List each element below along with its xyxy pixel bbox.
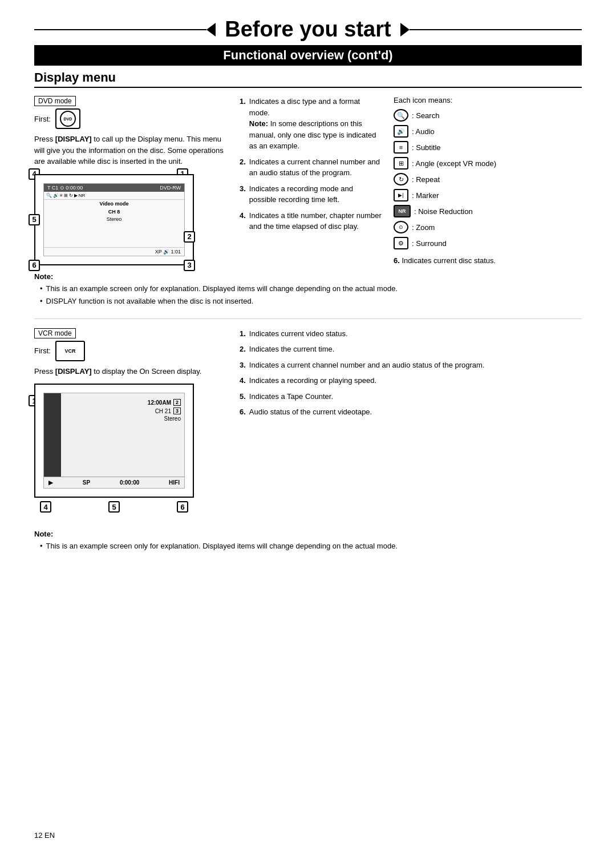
dvd-note-2: • DISPLAY function is not available when…: [34, 296, 582, 307]
play-arrow-icon: ▶: [48, 479, 53, 486]
subtitle-icon: ≡: [394, 141, 408, 154]
vcr-first-label: First:: [34, 346, 51, 355]
nr-icon: NR: [394, 205, 411, 217]
vcr-bottom-bar: ▶ SP 0:00:00 HIFI: [44, 477, 184, 488]
badge-6: 6: [29, 260, 40, 271]
vcr-time: 12:00AM: [148, 400, 171, 406]
vcr-content-area: VCR mode First: VCR Press [DISPLAY] to d…: [34, 328, 582, 513]
icon-nr: NR : Noise Reduction: [394, 205, 582, 217]
vcr-press-prefix: Press: [34, 367, 55, 376]
each-icon-label: Each icon means:: [394, 96, 582, 104]
vcr-item-5: 5. Indicates a Tape Counter.: [240, 391, 582, 402]
vcr-badge-3-inline: 3: [173, 408, 181, 414]
icon-surround: ⚙ : Surround: [394, 237, 582, 249]
vcr-badge-5: 5: [108, 501, 120, 513]
vcr-icon-text: VCR: [64, 348, 75, 354]
badge-5: 5: [29, 214, 40, 225]
dvd-note-section: Note: • This is an example screen only f…: [34, 272, 582, 307]
main-title-row: Before you start: [34, 17, 582, 42]
zoom-label: : Zoom: [412, 223, 435, 232]
vcr-note-section: Note: • This is an example screen only f…: [34, 530, 582, 552]
page: Before you start Functional overview (co…: [0, 0, 616, 851]
vcr-ch-row: CH 21 3: [61, 407, 184, 415]
dvd-icon2: 🔊: [53, 193, 59, 198]
dvd-icon-text: DVD: [64, 117, 72, 121]
dvd-first-row: First: DVD: [34, 108, 228, 129]
vcr-left-dark: [44, 393, 61, 477]
page-footer: 12 EN: [34, 831, 55, 840]
audio-label: : Audio: [412, 127, 435, 136]
dvd-icon4: ⊞: [64, 193, 68, 198]
page-number: 12: [34, 831, 42, 840]
dvd-icon6: ▶: [74, 193, 78, 198]
vcr-speed: SP: [83, 479, 90, 486]
vcr-badge-6: 6: [177, 501, 188, 513]
dvd-stereo: Stereo: [44, 216, 184, 223]
dvd-icon1: 🔍: [46, 193, 52, 198]
vcr-badge-2-inline: 2: [173, 399, 181, 406]
vcr-display-btn: [DISPLAY]: [55, 367, 92, 376]
dvd-left-col: DVD mode First: DVD Press [DISPLAY] to c…: [34, 96, 228, 265]
icon-angle: ⊞ : Angle (except VR mode): [394, 157, 582, 170]
sub-title-text: Functional overview (cont'd): [223, 48, 392, 62]
icon-zoom: ⊙ : Zoom: [394, 221, 582, 233]
dvd-note-2-text: DISPLAY function is not available when t…: [46, 296, 254, 307]
angle-label: : Angle (except VR mode): [412, 159, 496, 168]
vcr-note-1: • This is an example screen only for exp…: [34, 541, 582, 552]
zoom-icon: ⊙: [394, 221, 408, 233]
dvd-video-mode: Video mode: [44, 199, 184, 208]
dvd-mid-col: 1. Indicates a disc type and a format mo…: [240, 96, 382, 265]
vcr-main-area: 12:00AM 2 CH 21 3 Stereo: [44, 393, 184, 477]
dvd-top-left: T C1 ⊙ 0:00:00: [47, 185, 83, 191]
list-item-1: 1. Indicates a disc type and a format mo…: [240, 96, 382, 152]
dvd-content-area: DVD mode First: DVD Press [DISPLAY] to c…: [34, 96, 582, 265]
nr-label: : Noise Reduction: [414, 207, 473, 216]
title-line-left: [34, 29, 206, 30]
repeat-icon: ↻: [394, 173, 408, 185]
dvd-diagram: T C1 ⊙ 0:00:00 DVD-RW 🔍 🔊 ≡ ⊞ ↻ ▶ NR: [34, 174, 194, 265]
surround-icon: ⚙: [394, 237, 408, 249]
vcr-item-3: 3. Indicates a current channel number an…: [240, 360, 582, 371]
title-line-right: [410, 29, 582, 30]
search-label: : Search: [412, 111, 439, 120]
main-title: Before you start: [216, 17, 400, 42]
dvd-icon7: NR: [79, 193, 86, 198]
marker-icon: ▶|: [394, 189, 408, 201]
icon-repeat: ↻ : Repeat: [394, 173, 582, 185]
item6-text: 6. Indicates current disc status.: [394, 256, 582, 265]
dvd-top-right: DVD-RW: [160, 185, 181, 191]
dvd-icon: DVD: [55, 108, 80, 129]
surround-label: : Surround: [412, 239, 447, 248]
search-icon: 🔍: [394, 109, 408, 122]
dvd-diagram-wrapper: 4 1 T C1 ⊙ 0:00:00 DVD-RW 🔍 🔊 ≡ ⊞: [34, 174, 205, 265]
subtitle-label: : Subtitle: [412, 143, 441, 152]
dvd-numbered-list: 1. Indicates a disc type and a format mo…: [240, 96, 382, 232]
display-btn-label: [DISPLAY]: [55, 135, 92, 143]
repeat-label: : Repeat: [412, 175, 440, 184]
vcr-right-col: 1. Indicates current video status. 2. In…: [240, 328, 582, 513]
vcr-audio: HIFI: [169, 479, 180, 486]
dvd-icons-row: 🔍 🔊 ≡ ⊞ ↻ ▶ NR: [44, 192, 184, 199]
vcr-info-area: 12:00AM 2 CH 21 3 Stereo: [61, 393, 184, 477]
vcr-item-6: 6. Audio status of the current videotape…: [240, 406, 582, 418]
lang-text: EN: [44, 831, 55, 840]
vcr-icon: VCR: [55, 341, 85, 361]
vcr-first-row: First: VCR: [34, 341, 228, 361]
sub-title-bar: Functional overview (cont'd): [34, 45, 582, 66]
dvd-press-text: Press [DISPLAY] to call up the Display m…: [34, 134, 228, 167]
vcr-mode-label: VCR mode: [34, 328, 76, 338]
dvd-icon5: ↻: [69, 193, 73, 198]
dvd-mode-label: DVD mode: [34, 96, 76, 106]
vcr-counter: 0:00:00: [120, 479, 139, 486]
dvd-note-1-text: This is an example screen only for expla…: [46, 283, 398, 295]
audio-icon: 🔊: [394, 125, 408, 138]
press-prefix: Press: [34, 135, 55, 143]
marker-label: : Marker: [412, 191, 439, 200]
section-title: Display menu: [34, 70, 582, 88]
vcr-item-1: 1. Indicates current video status.: [240, 328, 582, 340]
vcr-stereo-row: Stereo: [61, 415, 184, 422]
vcr-press-text: Press [DISPLAY] to display the On Screen…: [34, 366, 228, 377]
vcr-diagram: 12:00AM 2 CH 21 3 Stereo: [34, 384, 194, 498]
icon-legend-list: 🔍 : Search 🔊 : Audio ≡ : Subtitle ⊞ : An…: [394, 109, 582, 249]
vcr-stereo: Stereo: [164, 416, 181, 422]
